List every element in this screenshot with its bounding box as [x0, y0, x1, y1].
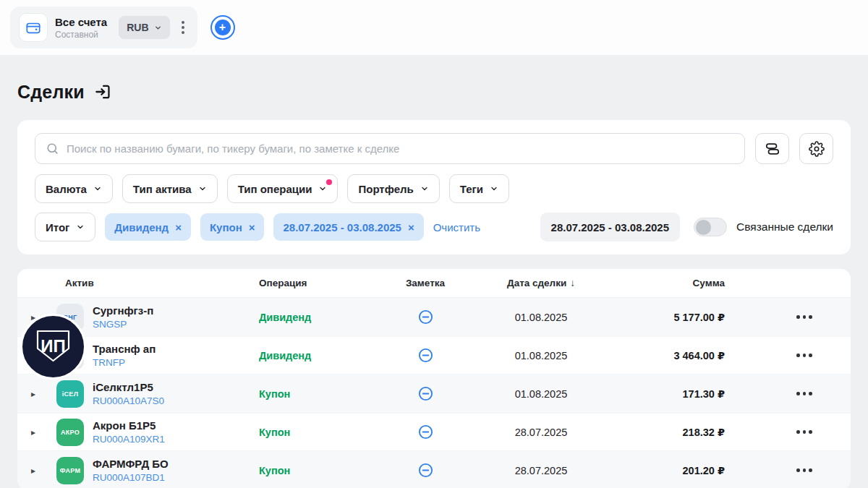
table-row[interactable]: ▸ ФАРМ ФАРМФРД БО RU000A107BD1 Купон 28.…: [17, 451, 851, 488]
asset-logo: [56, 342, 84, 369]
deal-amount: 3 464.00 ₽: [606, 350, 758, 361]
filter-total[interactable]: Итог: [35, 213, 95, 241]
asset-name: iСелктл1Р5: [93, 381, 164, 393]
filter-label: Тип операции: [238, 183, 312, 195]
expand-icon[interactable]: ▸: [31, 466, 35, 476]
deal-amount: 171.30 ₽: [606, 388, 758, 400]
expand-icon[interactable]: ▸: [31, 427, 35, 437]
row-menu-icon[interactable]: [792, 426, 817, 438]
top-bar: Все счета Составной RUB +: [0, 0, 868, 55]
deal-date: 28.07.2025: [476, 427, 606, 438]
close-icon[interactable]: ×: [175, 221, 182, 234]
operation-type: Купон: [259, 427, 375, 438]
account-type: Составной: [55, 30, 107, 40]
expand-icon[interactable]: ▸: [31, 312, 35, 322]
toggle-knob: [696, 220, 711, 235]
asset-logo-label: ФАРМ: [60, 467, 81, 474]
table-row[interactable]: ▸ iСЕЛ iСелктл1Р5 RU000A10A7S0 Купон 01.…: [17, 374, 851, 413]
account-more-icon[interactable]: [177, 18, 189, 37]
deal-amount: 5 177.00 ₽: [606, 312, 758, 323]
note-icon[interactable]: [417, 424, 434, 440]
date-header-label: Дата сделки: [507, 278, 566, 288]
filter-tags[interactable]: Теги: [449, 174, 509, 203]
asset-logo: АКРО: [56, 419, 84, 446]
operation-type: Купон: [259, 388, 375, 400]
asset-logo-label: АКРО: [61, 429, 80, 436]
close-icon[interactable]: ×: [249, 221, 255, 234]
gear-icon: [809, 141, 825, 157]
filter-portfolio[interactable]: Портфель: [347, 174, 439, 203]
search-icon: [46, 142, 59, 155]
asset-logo-label: iСЕЛ: [62, 390, 79, 398]
filter-asset-type[interactable]: Тип актива: [122, 174, 218, 203]
expand-icon[interactable]: ▸: [31, 389, 35, 399]
filter-chip-dividend[interactable]: Дивиденд ×: [105, 213, 191, 241]
chevron-down-icon: [76, 223, 85, 231]
table-row[interactable]: ▸ СНГ Сургнфгз-п SNGSP Дивиденд 01.08.20…: [17, 298, 851, 336]
column-header-amount: Сумма: [606, 278, 758, 288]
chip-label: 28.07.2025 - 03.08.2025: [283, 221, 401, 234]
deal-date: 01.08.2025: [476, 312, 606, 323]
active-filters-row: Итог Дивиденд × Купон × 28.07.2025 - 03.…: [35, 213, 833, 241]
asset-name: ФАРМФРД БО: [93, 458, 169, 470]
deals-table: Актив Операция Заметка Дата сделки ↓ Сум…: [17, 269, 851, 488]
row-menu-icon[interactable]: [792, 349, 817, 361]
filter-label: Теги: [460, 183, 483, 195]
sort-descending-icon: ↓: [570, 278, 575, 288]
add-account-button[interactable]: +: [210, 15, 235, 40]
filter-label: Валюта: [46, 183, 87, 195]
account-selector[interactable]: Все счета Составной RUB: [10, 7, 197, 48]
operation-type: Купон: [259, 465, 375, 476]
asset-logo-label: СНГ: [63, 314, 77, 321]
close-icon[interactable]: ×: [408, 221, 414, 234]
sliders-icon: [765, 141, 780, 157]
currency-select[interactable]: RUB: [119, 16, 169, 39]
asset-name: Транснф ап: [93, 343, 156, 355]
date-range-picker[interactable]: 28.07.2025 - 03.08.2025: [540, 213, 680, 241]
asset-ticker-link[interactable]: RU000A10A7S0: [93, 395, 164, 406]
expand-icon[interactable]: ▸: [31, 351, 35, 361]
note-icon[interactable]: [417, 385, 434, 402]
asset-ticker-link[interactable]: RU000A107BD1: [93, 472, 169, 483]
deal-amount: 201.20 ₽: [606, 465, 758, 476]
filter-operation-type[interactable]: Тип операции: [227, 174, 339, 203]
export-icon[interactable]: [93, 82, 112, 101]
asset-logo: СНГ: [56, 304, 84, 331]
search-input[interactable]: [67, 142, 734, 155]
chevron-down-icon: [198, 184, 207, 193]
note-icon[interactable]: [417, 462, 434, 479]
filter-label: Итог: [46, 221, 69, 234]
row-menu-icon[interactable]: [792, 388, 817, 400]
note-icon[interactable]: [417, 347, 434, 364]
settings-button[interactable]: [799, 133, 833, 164]
filter-dropdowns: Валюта Тип актива Тип операции Портфель …: [35, 174, 833, 203]
table-row[interactable]: ▸ АКРО Акрон Б1Р5 RU000A109XR1 Купон 28.…: [17, 413, 851, 451]
deal-date: 01.08.2025: [476, 350, 606, 361]
filter-chip-daterange[interactable]: 28.07.2025 - 03.08.2025 ×: [273, 213, 423, 241]
plus-icon: +: [215, 20, 231, 35]
asset-ticker-link[interactable]: TRNFP: [93, 357, 156, 368]
chevron-down-icon: [93, 184, 102, 193]
column-header-date[interactable]: Дата сделки ↓: [476, 278, 606, 288]
chevron-down-icon: [490, 184, 498, 193]
account-info: Все счета Составной: [55, 16, 107, 40]
currency-value: RUB: [127, 22, 148, 33]
row-menu-icon[interactable]: [792, 311, 817, 323]
filter-currency[interactable]: Валюта: [35, 174, 113, 203]
asset-ticker-link[interactable]: SNGSP: [93, 319, 153, 330]
asset-ticker-link[interactable]: RU000A109XR1: [93, 434, 165, 445]
linked-deals-toggle[interactable]: [694, 218, 727, 236]
filter-label: Тип актива: [133, 183, 192, 195]
note-icon[interactable]: [417, 309, 434, 325]
row-menu-icon[interactable]: [792, 464, 817, 476]
chip-label: Купон: [210, 221, 242, 234]
search-box: [35, 133, 745, 164]
table-row[interactable]: ▸ Транснф ап TRNFP Дивиденд 01.08.2025 3…: [17, 336, 851, 374]
table-header: Актив Операция Заметка Дата сделки ↓ Сум…: [17, 269, 851, 298]
filter-presets-button[interactable]: [755, 133, 789, 164]
filter-panel: Валюта Тип актива Тип операции Портфель …: [17, 120, 851, 254]
clear-filters-button[interactable]: Очистить: [433, 221, 480, 234]
filter-chip-coupon[interactable]: Купон ×: [200, 213, 265, 241]
operation-type: Дивиденд: [259, 350, 375, 361]
filter-label: Портфель: [358, 183, 413, 195]
